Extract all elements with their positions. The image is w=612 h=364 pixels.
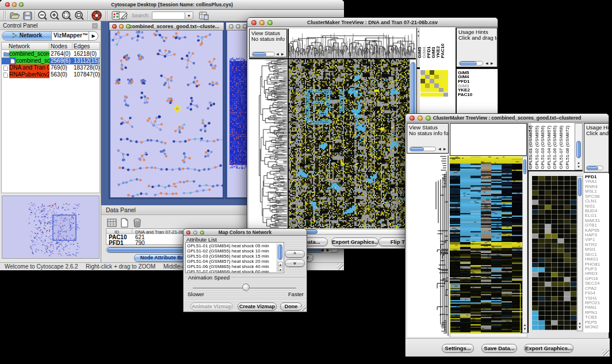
scroll-right-icon[interactable]: ▶ xyxy=(443,147,446,151)
network-list-row[interactable]: combined_sco2569(6)13112(15) xyxy=(2,58,100,64)
annotation-icon[interactable] xyxy=(117,10,129,21)
network-frame-1[interactable]: combined_scores_good.txt--cluste... xyxy=(109,22,224,198)
tv2-column-label[interactable]: GPL51-02 (GSM855) xyxy=(534,125,540,169)
zoom-out-icon[interactable] xyxy=(37,10,48,21)
attribute-list-item[interactable]: GPL51-01 (GSM854) heat shock 05 min xyxy=(187,243,269,248)
tv1-row-label[interactable]: PAC10 xyxy=(458,92,472,97)
dialog-zoom-icon[interactable] xyxy=(200,231,204,235)
animate-vizmap-button[interactable]: Animate Vizmap xyxy=(190,302,233,311)
done-button[interactable]: Done xyxy=(280,302,302,311)
tv1-minimize-icon[interactable] xyxy=(259,20,265,25)
slider-thumb[interactable] xyxy=(242,283,250,291)
tab-network[interactable]: Network xyxy=(2,32,52,40)
tv2-column-label[interactable]: GPL51-04 (GSM857) xyxy=(546,125,552,169)
tv2-usage-scrollbar[interactable] xyxy=(586,166,609,171)
tv1-heatmap[interactable] xyxy=(289,59,410,228)
network-frame-1-titlebar[interactable]: combined_scores_good.txt--cluste... xyxy=(109,22,224,30)
tv2-labels-vscroll-thumb[interactable] xyxy=(576,141,581,158)
lifering-icon[interactable] xyxy=(91,10,102,21)
minimize-icon[interactable] xyxy=(12,2,17,7)
tv2-row-dendrogram[interactable] xyxy=(407,154,449,337)
tv2-column-label[interactable]: GPL51-06 (GSM865) xyxy=(552,125,557,169)
tv2-heatmap[interactable] xyxy=(450,156,522,333)
zoom-in-icon[interactable] xyxy=(49,10,60,21)
create-vizmap-button[interactable]: Create Vizmap xyxy=(238,302,277,311)
zoom-window-icon[interactable] xyxy=(19,2,24,7)
tv2-minimize-icon[interactable] xyxy=(418,116,423,121)
attribute-list-item[interactable]: GPL51-02 (GSM855) heat shock 10 min xyxy=(187,248,269,254)
open-icon[interactable] xyxy=(9,10,20,21)
scroll-right-icon[interactable]: ▶ xyxy=(281,52,284,56)
tv2-column-label[interactable]: GPL51-08 (GSM872) xyxy=(565,125,570,169)
tv2-button[interactable]: Export Graphics... xyxy=(524,344,573,352)
frame-minimize-icon[interactable] xyxy=(119,24,124,29)
move-down-button[interactable]: v xyxy=(285,259,305,267)
attribute-list-item[interactable]: GPL51-07 (GSM868) heat shock 60 min xyxy=(187,269,269,273)
frame-close-icon[interactable] xyxy=(112,24,117,29)
tv2-hscrollbar[interactable] xyxy=(450,333,527,338)
tv2-close-icon[interactable] xyxy=(410,116,415,121)
dialog-titlebar[interactable]: Map Colors to Network xyxy=(183,229,307,236)
tv1-column-dendrogram[interactable] xyxy=(288,29,416,58)
tv1-status-scrollbar[interactable]: ◀ ▶ xyxy=(252,52,285,57)
tv2-zoom-vscrollbar[interactable]: ▲▼ xyxy=(577,176,583,331)
tv2-button[interactable]: Save Data... xyxy=(481,344,517,352)
scroll-left-icon[interactable]: ◀ xyxy=(485,61,488,65)
main-resize-grip[interactable] xyxy=(337,263,343,270)
tv2-zoom-vscroll-thumb[interactable] xyxy=(578,178,582,196)
move-up-button[interactable]: ^ xyxy=(285,250,305,258)
scroll-left-icon[interactable]: ◀ xyxy=(276,52,279,56)
dialog-resize-grip[interactable] xyxy=(300,305,306,311)
tv2-button[interactable]: Settings... xyxy=(442,344,474,352)
tv1-button[interactable]: Export Graphics... xyxy=(331,237,378,246)
dialog-minimize-icon[interactable] xyxy=(193,231,197,235)
close-icon[interactable] xyxy=(5,2,10,7)
dialog-close-icon[interactable] xyxy=(186,231,190,235)
tv1-zoom-icon[interactable] xyxy=(267,20,273,25)
tv2-heatmap-vscrollbar[interactable]: ▲▼ xyxy=(522,156,527,333)
tv1-row-dendrogram[interactable] xyxy=(249,59,287,228)
tv2-column-label[interactable]: GPL51-01 (GSM854) xyxy=(528,125,533,169)
tv2-labels-vscrollbar[interactable]: ▲▼ xyxy=(575,123,583,170)
frame2-close-icon[interactable] xyxy=(229,24,234,29)
tv1-close-icon[interactable] xyxy=(251,20,257,25)
network-list-row[interactable]: DNA and Tran 07769(0)183728(0) xyxy=(2,64,100,71)
network-list-row[interactable]: RNAPuberNov2+!563(0)107847(0) xyxy=(2,71,100,78)
scroll-up-icon[interactable]: ▲ xyxy=(278,262,283,266)
attribute-browser-icon[interactable] xyxy=(198,10,209,21)
attribute-list-item[interactable]: GPL51-04 (GSM857) heat shock 20 min xyxy=(187,259,269,264)
scroll-arrows-icon[interactable]: ▲▼ xyxy=(523,323,527,331)
tv2-column-label[interactable]: GPL51-03 (GSM856) xyxy=(540,125,545,169)
tv1-hscrollbar[interactable] xyxy=(289,229,416,235)
tab-overflow-arrow[interactable]: ▶ xyxy=(89,32,98,40)
frame2-minimize-icon[interactable] xyxy=(236,24,240,29)
network-list-row[interactable]: combined_scores2764(0)16218(0) xyxy=(2,51,100,58)
search-input[interactable] xyxy=(152,12,185,20)
zoom-selected-icon[interactable] xyxy=(61,10,72,21)
tv2-zoom-heatmap[interactable] xyxy=(532,176,577,330)
attribute-list-scrollbar[interactable]: ▲ ▼ xyxy=(277,243,283,272)
scroll-left-icon[interactable]: ◀ xyxy=(438,147,441,151)
search-dropdown-icon[interactable]: ▼ xyxy=(185,12,193,20)
save-icon[interactable] xyxy=(22,10,33,21)
tv2-gene-label[interactable]: MON2 xyxy=(585,324,598,329)
attribute-list-item[interactable]: GPL51-03 (GSM856) heat shock 15 min xyxy=(187,254,269,259)
tv1-usage-scrollbar[interactable]: ◀ ▶ xyxy=(459,61,496,66)
attribute-list[interactable]: GPL51-01 (GSM854) heat shock 05 minGPL51… xyxy=(185,242,284,273)
tv1-column-label[interactable]: PAC10 xyxy=(440,44,445,58)
scroll-arrows-icon[interactable]: ▲▼ xyxy=(575,161,582,169)
tv2-resize-grip[interactable] xyxy=(602,349,609,356)
tv2-status-scrollbar[interactable]: ◀ ▶ xyxy=(410,147,447,152)
tv2-zoom-icon[interactable] xyxy=(426,116,431,121)
scroll-arrows-icon[interactable]: ▲▼ xyxy=(577,321,582,329)
zoom-fit-icon[interactable] xyxy=(74,10,85,21)
tab-vizmapper[interactable]: VizMapper™ xyxy=(52,32,90,40)
tv2-column-label[interactable]: GPL51-07 (GSM868) xyxy=(559,125,564,169)
frame-zoom-icon[interactable] xyxy=(126,24,131,29)
tv1-titlebar[interactable]: ClusterMaker TreeView : DNA and Tran 07-… xyxy=(247,18,498,27)
scroll-right-icon[interactable]: ▶ xyxy=(491,61,494,65)
scroll-down-icon[interactable]: ▼ xyxy=(278,267,283,271)
tv2-vscroll-thumb[interactable] xyxy=(523,159,526,174)
attribute-list-item[interactable]: GPL51-06 (GSM865) heat shock 40 min xyxy=(187,264,269,269)
attr-scroll-thumb[interactable] xyxy=(278,244,282,260)
